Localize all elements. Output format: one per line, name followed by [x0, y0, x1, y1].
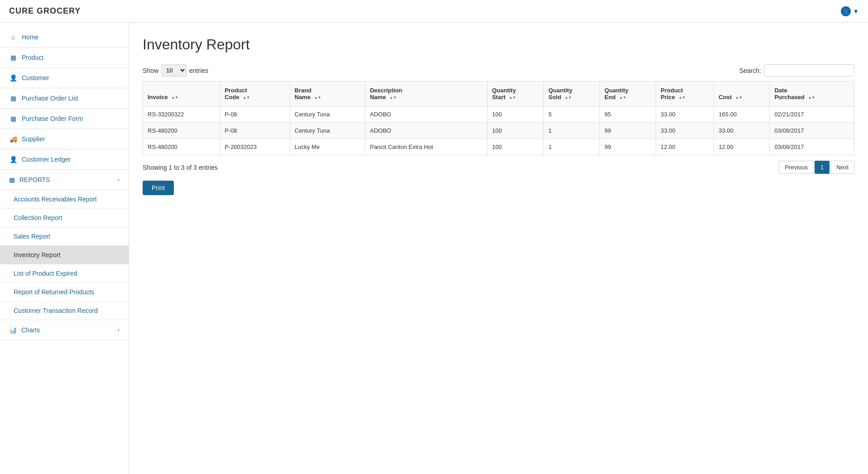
- search-input[interactable]: [764, 64, 854, 77]
- charts-section-label: Charts: [21, 326, 40, 334]
- pagination: Previous 1 Next: [779, 161, 854, 174]
- charts-chevron: ‹: [118, 327, 120, 333]
- next-button[interactable]: Next: [830, 161, 854, 174]
- sales-report-label: Sales Report: [14, 233, 50, 240]
- purchase-order-form-icon: ▦: [9, 115, 17, 122]
- entries-select[interactable]: 10 25 50 100: [161, 64, 187, 77]
- sidebar-reports-section[interactable]: ▦ REPORTS ‹: [0, 170, 129, 190]
- cell-quantity_sold: 1: [544, 123, 600, 139]
- cell-date_purchased: 02/21/2017: [770, 106, 854, 123]
- sidebar-item-accounts-receivables[interactable]: Accounts Receivables Report: [0, 190, 129, 209]
- accounts-receivables-label: Accounts Receivables Report: [14, 196, 97, 203]
- sort-product-price: ▲▼: [678, 96, 686, 100]
- cell-description_name: Pancit Canton Extra Hot: [365, 139, 487, 155]
- page-1-button[interactable]: 1: [815, 161, 830, 174]
- list-product-expired-label: List of Product Expired: [14, 270, 77, 277]
- previous-button[interactable]: Previous: [779, 161, 814, 174]
- sidebar-item-collection-report[interactable]: Collection Report: [0, 209, 129, 227]
- cell-product_code: P-08: [220, 106, 290, 123]
- sidebar-item-inventory-report[interactable]: Inventory Report: [0, 246, 129, 264]
- table-row: RS-480200P-20032023Lucky MePancit Canton…: [143, 139, 854, 155]
- col-cost[interactable]: Cost ▲▼: [714, 81, 770, 106]
- sort-quantity-start: ▲▼: [509, 96, 516, 100]
- inventory-table: Invoice ▲▼ ProductCode ▲▼ BrandName ▲▼ D…: [143, 81, 854, 155]
- sidebar-item-customer-ledger[interactable]: 👤 Customer Ledger: [0, 149, 129, 170]
- page-title: Inventory Report: [143, 36, 854, 53]
- cell-date_purchased: 03/08/2017: [770, 139, 854, 155]
- sidebar-item-list-product-expired[interactable]: List of Product Expired: [0, 264, 129, 283]
- print-button[interactable]: Print: [143, 181, 174, 195]
- sidebar-label-purchase-order-form: Purchase Order Form: [22, 115, 83, 122]
- entries-label: entries: [189, 67, 208, 74]
- cell-quantity_end: 99: [600, 139, 656, 155]
- show-label: Show: [143, 67, 158, 74]
- reports-section-left: ▦ REPORTS: [9, 176, 50, 183]
- cell-date_purchased: 03/08/2017: [770, 123, 854, 139]
- sidebar-item-returned-products[interactable]: Report of Returned Products: [0, 283, 129, 302]
- sidebar-label-product: Product: [22, 54, 43, 61]
- sidebar-item-home[interactable]: ⌂ Home: [0, 27, 129, 48]
- sort-quantity-sold: ▲▼: [565, 96, 572, 100]
- sidebar-charts-section[interactable]: 📊 Charts ‹: [0, 320, 129, 340]
- cell-invoice: RS-480200: [143, 139, 220, 155]
- cell-brand_name: Century Tuna: [290, 106, 365, 123]
- sidebar-item-supplier[interactable]: 🚚 Supplier: [0, 129, 129, 149]
- sidebar-label-purchase-order-list: Purchase Order List: [22, 95, 78, 102]
- table-footer: Showing 1 to 3 of 3 entries Previous 1 N…: [143, 161, 854, 174]
- sidebar-item-sales-report[interactable]: Sales Report: [0, 227, 129, 246]
- sidebar-item-customer-transaction[interactable]: Customer Transaction Record: [0, 302, 129, 320]
- sidebar-item-customer[interactable]: 👤 Customer: [0, 68, 129, 88]
- charts-icon: 📊: [9, 326, 17, 334]
- cell-quantity_start: 100: [487, 139, 544, 155]
- returned-products-label: Report of Returned Products: [14, 288, 94, 296]
- sort-description-name: ▲▼: [389, 96, 397, 100]
- sort-product-code: ▲▼: [243, 96, 250, 100]
- purchase-order-list-icon: ▦: [9, 95, 17, 102]
- user-icon: 👤: [841, 6, 851, 16]
- sidebar-item-purchase-order-form[interactable]: ▦ Purchase Order Form: [0, 109, 129, 129]
- col-date-purchased[interactable]: DatePurchased ▲▼: [770, 81, 854, 106]
- navbar: CURE GROCERY 👤 ▼: [0, 0, 868, 23]
- showing-text: Showing 1 to 3 of 3 entries: [143, 164, 218, 171]
- cell-quantity_sold: 1: [544, 139, 600, 155]
- charts-section-left: 📊 Charts: [9, 326, 40, 334]
- cell-description_name: ADOBO: [365, 123, 487, 139]
- sidebar-item-product[interactable]: ▦ Product: [0, 48, 129, 68]
- search-box: Search:: [739, 64, 854, 77]
- supplier-icon: 🚚: [9, 135, 17, 143]
- sort-cost: ▲▼: [735, 96, 743, 100]
- col-quantity-start[interactable]: QuantityStart ▲▼: [487, 81, 544, 106]
- layout: ⌂ Home ▦ Product 👤 Customer ▦ Purchase O…: [0, 23, 868, 474]
- col-invoice[interactable]: Invoice ▲▼: [143, 81, 220, 106]
- table-row: RS-480200P-08Century TunaADOBO10019933.0…: [143, 123, 854, 139]
- show-entries: Show 10 25 50 100 entries: [143, 64, 208, 77]
- col-quantity-sold[interactable]: QuantitySold ▲▼: [544, 81, 600, 106]
- home-icon: ⌂: [9, 34, 17, 41]
- col-quantity-end[interactable]: QuantityEnd ▲▼: [600, 81, 656, 106]
- main-content: Inventory Report Show 10 25 50 100 entri…: [129, 23, 868, 474]
- sidebar-label-supplier: Supplier: [22, 135, 45, 143]
- customer-ledger-icon: 👤: [9, 156, 17, 163]
- col-description-name[interactable]: DescriptionName ▲▼: [365, 81, 487, 106]
- sidebar-label-customer: Customer: [22, 74, 49, 81]
- cell-cost: 12.00: [714, 139, 770, 155]
- cell-product_price: 33.00: [656, 106, 714, 123]
- sort-date-purchased: ▲▼: [808, 96, 815, 100]
- sidebar-label-home: Home: [22, 34, 38, 41]
- search-label: Search:: [739, 67, 761, 74]
- col-product-code[interactable]: ProductCode ▲▼: [220, 81, 290, 106]
- user-dropdown-arrow: ▼: [853, 8, 859, 15]
- cell-invoice: RS-33200322: [143, 106, 220, 123]
- cell-brand_name: Century Tuna: [290, 123, 365, 139]
- sort-quantity-end: ▲▼: [619, 96, 626, 100]
- cell-brand_name: Lucky Me: [290, 139, 365, 155]
- cell-product_code: P-20032023: [220, 139, 290, 155]
- sidebar-item-purchase-order-list[interactable]: ▦ Purchase Order List: [0, 88, 129, 109]
- user-menu[interactable]: 👤 ▼: [841, 6, 859, 16]
- col-product-price[interactable]: ProductPrice ▲▼: [656, 81, 714, 106]
- sort-invoice: ▲▼: [171, 96, 178, 100]
- sidebar: ⌂ Home ▦ Product 👤 Customer ▦ Purchase O…: [0, 23, 129, 474]
- col-brand-name[interactable]: BrandName ▲▼: [290, 81, 365, 106]
- reports-section-label: REPORTS: [19, 176, 50, 183]
- cell-cost: 165.00: [714, 106, 770, 123]
